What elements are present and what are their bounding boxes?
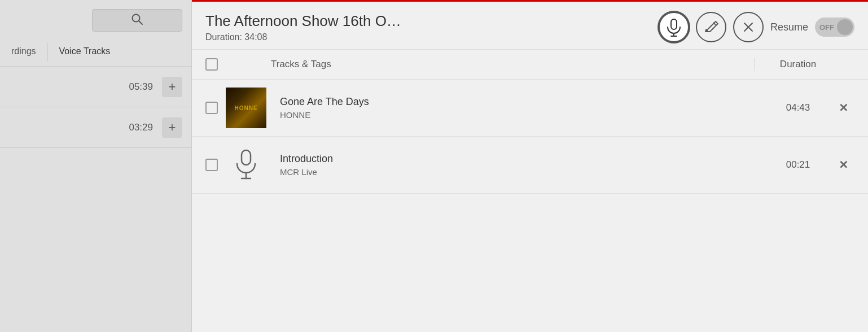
list-item-duration: 05:39 (9, 81, 162, 93)
voice-track-icon-cell (226, 145, 266, 185)
track-thumb-1: HONNE (226, 88, 266, 128)
edit-icon (703, 19, 719, 35)
mic-button[interactable] (659, 12, 689, 42)
track-info-2: Introduction MCR Live (280, 153, 764, 177)
resume-toggle[interactable]: OFF (815, 18, 854, 37)
select-all-checkbox[interactable] (205, 58, 218, 71)
track-title-1: Gone Are The Days (280, 96, 764, 108)
svg-line-1 (139, 21, 142, 24)
left-panel: rdings Voice Tracks 05:39 + 03:29 + (0, 0, 192, 332)
show-header: The Afternoon Show 16th O… Duration: 34:… (192, 2, 868, 50)
add-button-2[interactable]: + (162, 117, 182, 138)
track-duration-1: 04:43 (764, 102, 832, 113)
resume-label: Resume (770, 21, 808, 33)
add-button-1[interactable]: + (162, 77, 182, 97)
list-rows: 05:39 + 03:29 + (0, 67, 191, 332)
track-artist-2: MCR Live (280, 167, 764, 177)
track-info-1: Gone Are The Days HONNE (280, 96, 764, 120)
track-title-2: Introduction (280, 153, 764, 165)
track-row-2: Introduction MCR Live 00:21 ✕ (192, 137, 868, 194)
header-duration-col: Duration (764, 59, 832, 70)
close-icon (740, 19, 756, 35)
tabs-row: rdings Voice Tracks (0, 38, 191, 67)
toggle-knob (837, 19, 853, 35)
track-artist-1: HONNE (280, 110, 764, 120)
resume-toggle-row: Resume OFF (770, 18, 854, 37)
show-duration: Duration: 34:08 (205, 32, 652, 42)
search-icon (131, 13, 143, 28)
mic-icon (664, 17, 684, 37)
svg-rect-2 (671, 19, 677, 29)
track-remove-2[interactable]: ✕ (832, 158, 854, 172)
track-checkbox-2[interactable] (205, 159, 218, 171)
header-tracks-col: Tracks & Tags (271, 59, 746, 70)
track-remove-1[interactable]: ✕ (832, 101, 854, 115)
honne-text: HONNE (234, 105, 257, 111)
voice-mic-icon (233, 149, 260, 181)
track-checkbox-1[interactable] (205, 102, 218, 114)
table-header: Tracks & Tags Duration (192, 50, 868, 80)
tab-recordings[interactable]: rdings (0, 38, 47, 66)
tab-voice-tracks[interactable]: Voice Tracks (48, 38, 122, 66)
list-item: 03:29 + (0, 107, 191, 148)
col-divider (755, 58, 755, 71)
header-checkbox-col (205, 58, 226, 71)
edit-button[interactable] (696, 12, 726, 42)
list-item-duration: 03:29 (9, 122, 162, 133)
track-row-1: HONNE Gone Are The Days HONNE 04:43 ✕ (192, 80, 868, 137)
list-item: 05:39 + (0, 67, 191, 107)
show-title: The Afternoon Show 16th O… (205, 12, 652, 30)
search-bar-row (0, 0, 191, 38)
right-panel: The Afternoon Show 16th O… Duration: 34:… (192, 0, 868, 332)
honne-album-art: HONNE (226, 88, 266, 128)
toggle-off-label: OFF (819, 23, 834, 32)
show-title-block: The Afternoon Show 16th O… Duration: 34:… (205, 12, 652, 42)
track-duration-2: 00:21 (764, 159, 832, 171)
svg-rect-7 (242, 150, 251, 165)
search-box[interactable] (92, 9, 182, 32)
close-button[interactable] (733, 12, 764, 42)
